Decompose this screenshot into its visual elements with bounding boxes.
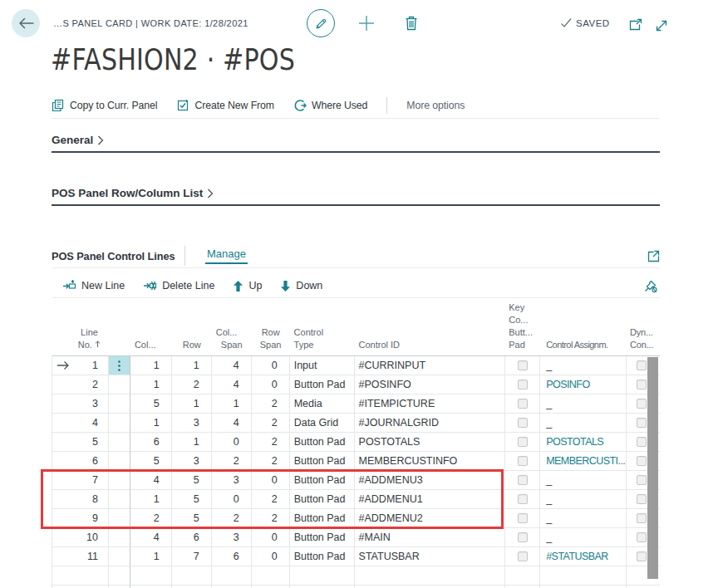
- cell-line-no[interactable]: 11: [52, 547, 109, 566]
- cell-col[interactable]: 1: [130, 356, 172, 375]
- cell-control-assignm[interactable]: _: [540, 528, 627, 547]
- cell-line-no[interactable]: 8: [52, 490, 109, 509]
- dyn-checkbox[interactable]: [637, 399, 647, 409]
- dyn-checkbox[interactable]: [637, 380, 647, 390]
- cell-row[interactable]: 1: [172, 356, 212, 375]
- cell-row[interactable]: 2: [172, 375, 212, 394]
- cell-col[interactable]: 1: [130, 375, 172, 394]
- cell-control-assignm[interactable]: POSINFO: [540, 375, 627, 394]
- cell-control-type[interactable]: Button Pad: [290, 490, 355, 509]
- dyn-checkbox[interactable]: [637, 456, 647, 466]
- create-new-from-button[interactable]: Create New From: [176, 99, 274, 112]
- cell-cspan[interactable]: 3: [212, 471, 252, 490]
- cell-control-assignm[interactable]: _: [540, 394, 627, 414]
- key-pad-checkbox[interactable]: [518, 532, 528, 542]
- cell-row[interactable]: 1: [172, 433, 212, 452]
- cell-rspan[interactable]: 0: [252, 356, 290, 375]
- cell-key-pad[interactable]: [505, 375, 540, 394]
- cell-line-no[interactable]: 9: [52, 509, 109, 528]
- cell-row[interactable]: 1: [172, 394, 212, 414]
- column-header-line-no[interactable]: Line No.: [52, 298, 109, 355]
- cell-rspan[interactable]: 2: [252, 433, 290, 452]
- cell-rspan[interactable]: 2: [252, 394, 290, 414]
- key-pad-checkbox[interactable]: [518, 456, 528, 466]
- cell-control-assignm[interactable]: _: [540, 490, 627, 509]
- cell-cspan[interactable]: 6: [212, 547, 252, 566]
- cell-line-no[interactable]: 10: [52, 528, 109, 547]
- cell-control-id[interactable]: #ADDMENU3: [355, 471, 506, 490]
- fasttab-rowcol-header[interactable]: POS Panel Row/Column List: [52, 187, 660, 199]
- cell-control-type[interactable]: Data Grid: [290, 414, 355, 433]
- cell-row[interactable]: 5: [172, 471, 212, 490]
- cell-row-menu[interactable]: [109, 490, 130, 509]
- copy-to-curr-panel-button[interactable]: Copy to Curr. Panel: [52, 99, 157, 112]
- tab-manage[interactable]: Manage: [205, 247, 248, 264]
- cell-cspan[interactable]: 4: [212, 414, 252, 433]
- dyn-checkbox[interactable]: [637, 551, 647, 561]
- cell-col[interactable]: 1: [130, 547, 172, 566]
- vertical-scrollbar[interactable]: [647, 357, 658, 579]
- cell-control-assignm[interactable]: _: [540, 471, 627, 490]
- cell-control-assignm[interactable]: #STATUSBAR: [540, 547, 627, 566]
- cell-cspan[interactable]: 2: [212, 509, 252, 528]
- delete-line-button[interactable]: Delete Line: [143, 279, 214, 292]
- cell-control-id[interactable]: #ADDMENU2: [355, 509, 506, 528]
- cell-col[interactable]: 1: [130, 414, 172, 433]
- dyn-checkbox[interactable]: [637, 360, 647, 370]
- expand-button[interactable]: [654, 18, 669, 37]
- cell-rspan[interactable]: 0: [252, 471, 290, 490]
- cell-control-type[interactable]: Button Pad: [290, 471, 355, 490]
- cell-row[interactable]: 7: [172, 547, 212, 566]
- cell-key-pad[interactable]: [505, 490, 540, 509]
- cell-row[interactable]: 5: [172, 509, 212, 528]
- column-header-row-span[interactable]: RowSpan: [252, 298, 290, 355]
- cell-row-menu[interactable]: [109, 528, 130, 547]
- key-pad-checkbox[interactable]: [518, 494, 528, 504]
- cell-control-id[interactable]: #POSINFO: [355, 375, 506, 394]
- cell-rspan[interactable]: 2: [252, 490, 290, 509]
- unpin-button[interactable]: [643, 279, 657, 293]
- cell-control-id[interactable]: #CURRINPUT: [355, 356, 506, 375]
- cell-control-assignm[interactable]: _: [540, 509, 627, 528]
- cell-col[interactable]: 4: [130, 528, 172, 547]
- key-pad-checkbox[interactable]: [518, 360, 528, 370]
- cell-line-no[interactable]: 2: [52, 375, 109, 394]
- cell-line-no[interactable]: 1: [52, 356, 109, 375]
- cell-row[interactable]: 5: [172, 490, 212, 509]
- cell-rspan[interactable]: 0: [252, 528, 290, 547]
- delete-button[interactable]: [397, 9, 425, 37]
- cell-control-id[interactable]: POSTOTALS: [355, 433, 506, 452]
- cell-control-assignm[interactable]: POSTOTALS: [540, 433, 627, 452]
- cell-cspan[interactable]: 1: [212, 394, 252, 414]
- cell-col[interactable]: 4: [130, 471, 172, 490]
- cell-col[interactable]: 2: [130, 509, 172, 528]
- cell-col[interactable]: 6: [130, 433, 172, 452]
- cell-control-type[interactable]: Button Pad: [290, 375, 355, 394]
- cell-line-no[interactable]: 7: [52, 471, 109, 490]
- more-options-button[interactable]: More options: [406, 100, 465, 111]
- cell-control-assignm[interactable]: MEMBERCUSTI...: [540, 452, 627, 471]
- column-header-key-pad[interactable]: KeyCo... Butt...Pad: [505, 298, 540, 355]
- cell-row-menu[interactable]: [109, 394, 130, 414]
- cell-control-type[interactable]: Button Pad: [290, 528, 355, 547]
- new-line-button[interactable]: New Line: [62, 279, 125, 292]
- cell-control-id[interactable]: #ADDMENU1: [355, 490, 506, 509]
- column-header-control-id[interactable]: Control ID: [355, 298, 506, 355]
- cell-row-menu[interactable]: [109, 414, 130, 433]
- cell-row[interactable]: 6: [172, 528, 212, 547]
- key-pad-checkbox[interactable]: [518, 551, 528, 561]
- cell-col[interactable]: 5: [130, 452, 172, 471]
- where-used-button[interactable]: Where Used: [293, 99, 367, 112]
- cell-control-id[interactable]: MEMBERCUSTINFO: [355, 452, 506, 471]
- dyn-checkbox[interactable]: [637, 475, 647, 485]
- cell-row-menu[interactable]: [109, 509, 130, 528]
- cell-rspan[interactable]: 0: [252, 547, 290, 566]
- dyn-checkbox[interactable]: [637, 494, 647, 504]
- cell-control-type[interactable]: Input: [290, 356, 355, 375]
- open-in-window-button[interactable]: [629, 18, 644, 37]
- key-pad-checkbox[interactable]: [518, 399, 528, 409]
- cell-cspan[interactable]: 0: [212, 433, 252, 452]
- cell-control-id[interactable]: #ITEMPICTURE: [355, 394, 506, 414]
- cell-key-pad[interactable]: [505, 414, 540, 433]
- cell-control-id[interactable]: #JOURNALGRID: [355, 414, 506, 433]
